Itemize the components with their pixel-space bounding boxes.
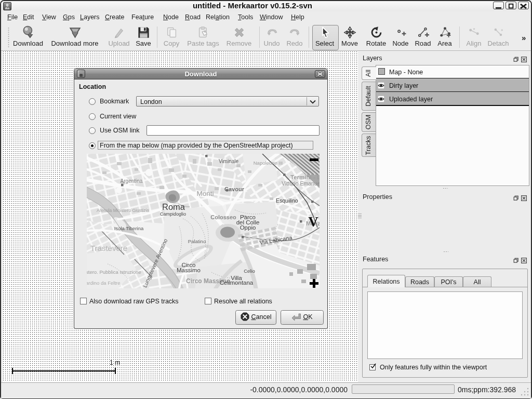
- svg-text:Arenula Ministero Giustizia: Arenula Ministero Giustizia: [97, 208, 149, 213]
- svg-text:Colosseo: Colosseo: [210, 214, 236, 220]
- svg-text:Massimo: Massimo: [177, 267, 201, 273]
- svg-text:Argentina: Argentina: [121, 178, 143, 184]
- svg-text:stero. Pubblica Istruzione: stero. Pubblica Istruzione: [87, 269, 141, 275]
- svg-text:ardino da Feltre: ardino da Feltre: [87, 280, 121, 286]
- svg-text:Oppio: Oppio: [240, 224, 256, 231]
- svg-text:Roma: Roma: [162, 202, 185, 211]
- svg-text:1 m: 1 m: [110, 359, 120, 366]
- svg-text:Viminale: Viminale: [219, 158, 239, 164]
- svg-text:Celimontana: Celimontana: [220, 280, 254, 286]
- svg-text:Celio: Celio: [244, 268, 255, 274]
- svg-text:Isola Tiberina: Isola Tiberina: [114, 225, 144, 231]
- svg-text:Trastevere: Trastevere: [90, 244, 127, 252]
- svg-text:V: V: [308, 214, 318, 230]
- svg-text:Esquilino: Esquilino: [276, 197, 298, 204]
- svg-text:Campidoglio: Campidoglio: [160, 211, 186, 217]
- svg-text:Monti: Monti: [196, 190, 214, 197]
- svg-text:Napoleone III: Napoleone III: [254, 160, 283, 166]
- svg-text:Cavour: Cavour: [224, 186, 245, 192]
- svg-text:Palatino: Palatino: [188, 238, 206, 244]
- svg-text:Termini - La: Termini - La: [290, 174, 320, 180]
- svg-text:Vittorio Emanuele: Vittorio Emanuele: [282, 180, 320, 187]
